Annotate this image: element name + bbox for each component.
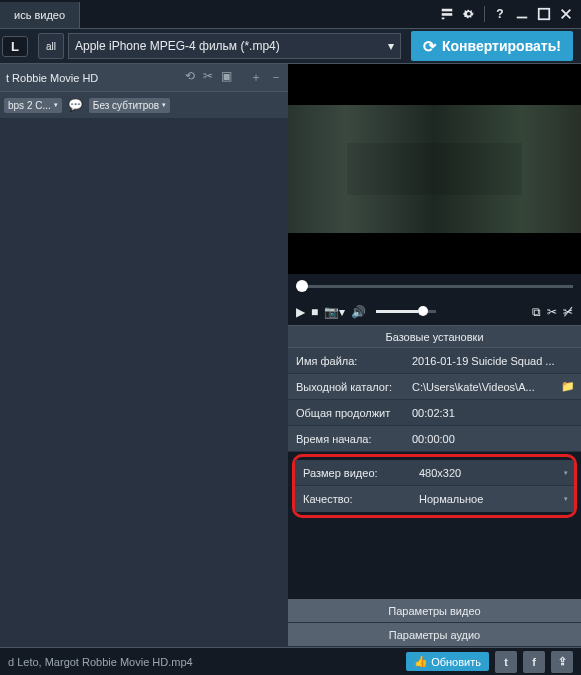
menu-icon[interactable]: [438, 5, 456, 23]
seek-bar[interactable]: [288, 274, 581, 298]
minimize-icon[interactable]: [513, 5, 531, 23]
subtitle-label: Без субтитров: [93, 100, 159, 111]
convert-button[interactable]: ⟳ Конвертировать!: [411, 31, 573, 61]
start-value[interactable]: 00:00:00: [406, 433, 581, 445]
file-header: t Robbie Movie HD ⟲ ✂ ▣ ＋ －: [0, 64, 288, 92]
thumbs-up-icon: 👍: [414, 655, 428, 668]
file-name: t Robbie Movie HD: [6, 72, 98, 84]
svg-rect-4: [539, 9, 550, 20]
video-frame: [288, 105, 581, 233]
playback-controls: ▶ ■ 📷▾ 🔊 ⧉ ✂ ✂̸: [288, 298, 581, 326]
titlebar: ?: [0, 0, 581, 28]
row-filename: Имя файла: 2016-01-19 Suicide Squad ...: [288, 348, 581, 374]
help-icon[interactable]: ?: [491, 5, 509, 23]
convert-label: Конвертировать!: [442, 38, 561, 54]
row-quality: Качество: Нормальное▾: [295, 486, 574, 512]
video-params-button[interactable]: Параметры видео: [288, 599, 581, 623]
maximize-icon[interactable]: [535, 5, 553, 23]
audio-track-label: bps 2 С...: [8, 100, 51, 111]
audio-track-dropdown[interactable]: bps 2 С...▾: [4, 98, 62, 113]
footer-filename: d Leto, Margot Robbie Movie HD.mp4: [8, 656, 400, 668]
separator: [484, 6, 485, 22]
stop-button[interactable]: ■: [311, 305, 318, 319]
add-icon[interactable]: ＋: [250, 69, 262, 86]
subtitle-dropdown[interactable]: Без субтитров▾: [89, 98, 170, 113]
file-list-panel: t Robbie Movie HD ⟲ ✂ ▣ ＋ － bps 2 С...▾ …: [0, 64, 288, 647]
settings-panel: Базовые установки Имя файла: 2016-01-19 …: [288, 326, 581, 647]
svg-rect-0: [442, 9, 453, 12]
preview-panel: ▶ ■ 📷▾ 🔊 ⧉ ✂ ✂̸ Базовые установки Имя фа…: [288, 64, 581, 647]
subtitle-icon: 💬: [68, 98, 83, 112]
camera-button[interactable]: 📷▾: [324, 305, 345, 319]
refresh-button[interactable]: 👍 Обновить: [406, 652, 489, 671]
share-button[interactable]: ⇪: [551, 651, 573, 673]
quality-label: Качество:: [295, 493, 413, 505]
quality-dropdown[interactable]: Нормальное▾: [413, 493, 574, 505]
play-button[interactable]: ▶: [296, 305, 305, 319]
mode-pill[interactable]: L: [2, 36, 28, 57]
filename-label: Имя файла:: [288, 355, 406, 367]
remove-icon[interactable]: －: [270, 69, 282, 86]
row-duration: Общая продолжит 00:02:31: [288, 400, 581, 426]
refresh-label: Обновить: [431, 656, 481, 668]
main-area: t Robbie Movie HD ⟲ ✂ ▣ ＋ － bps 2 С...▾ …: [0, 64, 581, 647]
scissors-icon[interactable]: ✂: [203, 69, 213, 86]
toolbar: L all Apple iPhone MPEG-4 фильм (*.mp4) …: [0, 28, 581, 64]
row-size: Размер видео: 480x320▾: [295, 460, 574, 486]
settings-title: Базовые установки: [288, 326, 581, 348]
close-icon[interactable]: [557, 5, 575, 23]
twitter-button[interactable]: t: [495, 651, 517, 673]
refresh-icon: ⟳: [423, 37, 436, 56]
file-tools: ⟲ ✂ ▣ ＋ －: [185, 69, 282, 86]
params-buttons: Параметры видео Параметры аудио: [288, 599, 581, 647]
audio-params-button[interactable]: Параметры аудио: [288, 623, 581, 647]
file-subrow: bps 2 С...▾ 💬 Без субтитров▾: [0, 92, 288, 118]
link-icon[interactable]: ⧉: [532, 305, 541, 319]
outdir-label: Выходной каталог:: [288, 381, 406, 393]
tab-label: ись видео: [14, 9, 65, 21]
filename-value[interactable]: 2016-01-19 Suicide Squad ...: [406, 355, 581, 367]
highlight-box: Размер видео: 480x320▾ Качество: Нормаль…: [292, 454, 577, 518]
duration-label: Общая продолжит: [288, 407, 406, 419]
start-label: Время начала:: [288, 433, 406, 445]
footer: d Leto, Margot Robbie Movie HD.mp4 👍 Обн…: [0, 647, 581, 675]
crop-icon[interactable]: ▣: [221, 69, 232, 86]
row-start: Время начала: 00:00:00: [288, 426, 581, 452]
size-dropdown[interactable]: 480x320▾: [413, 467, 574, 479]
svg-rect-1: [442, 13, 453, 16]
duration-value: 00:02:31: [406, 407, 581, 419]
volume-icon[interactable]: 🔊: [351, 305, 366, 319]
no-cut-icon[interactable]: ✂̸: [563, 305, 573, 319]
svg-rect-3: [517, 17, 528, 19]
facebook-button[interactable]: f: [523, 651, 545, 673]
preset-icon[interactable]: all: [38, 33, 64, 59]
preset-dropdown[interactable]: Apple iPhone MPEG-4 фильм (*.mp4) ▾: [68, 33, 401, 59]
size-label: Размер видео:: [295, 467, 413, 479]
browse-icon[interactable]: 📁: [561, 380, 575, 393]
preset-label: Apple iPhone MPEG-4 фильм (*.mp4): [75, 39, 280, 53]
svg-rect-2: [442, 18, 445, 20]
chevron-down-icon: ▾: [388, 39, 394, 53]
reload-icon[interactable]: ⟲: [185, 69, 195, 86]
outdir-value[interactable]: C:\Users\kate\Videos\A...📁: [406, 380, 581, 393]
active-tab[interactable]: ись видео: [0, 2, 80, 28]
seek-knob[interactable]: [296, 280, 308, 292]
volume-slider[interactable]: [376, 310, 436, 313]
gear-icon[interactable]: [460, 5, 478, 23]
video-preview: [288, 64, 581, 274]
preset-row: all Apple iPhone MPEG-4 фильм (*.mp4) ▾: [38, 33, 401, 59]
row-outdir: Выходной каталог: C:\Users\kate\Videos\A…: [288, 374, 581, 400]
scissors-icon[interactable]: ✂: [547, 305, 557, 319]
